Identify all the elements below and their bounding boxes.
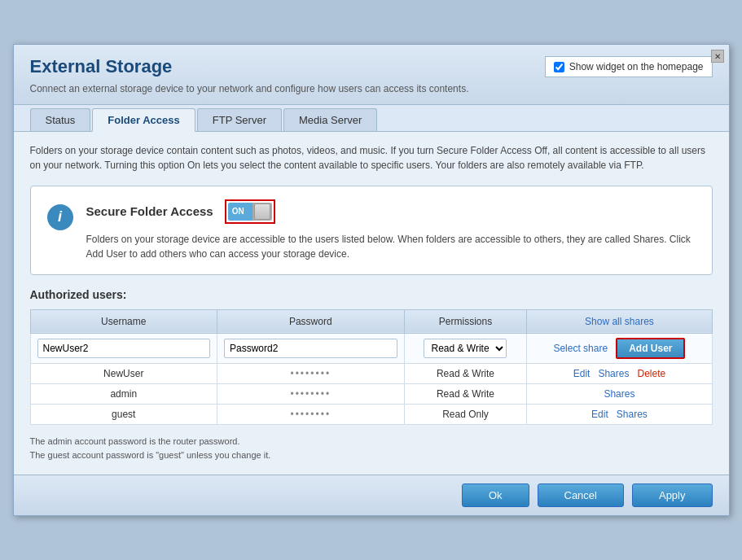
secure-folder-toggle[interactable]: ON: [228, 203, 272, 221]
tab-media-server[interactable]: Media Server: [283, 108, 377, 131]
shares-link[interactable]: Shares: [617, 409, 648, 420]
actions-cell: Edit Shares: [527, 404, 712, 424]
table-row: admin •••••••• Read & Write Shares: [30, 383, 712, 404]
apply-button[interactable]: Apply: [632, 483, 713, 507]
footer-note-line1: The admin account password is the router…: [30, 435, 713, 449]
select-share-link[interactable]: Select share: [553, 343, 608, 354]
edit-link[interactable]: Edit: [591, 409, 608, 420]
external-storage-dialog: ✕ External Storage Connect an external s…: [13, 44, 730, 516]
add-user-button[interactable]: Add User: [616, 338, 685, 359]
secure-folder-header: Secure Folder Access ON: [86, 199, 696, 224]
show-widget-checkbox[interactable]: [554, 62, 564, 72]
edit-link[interactable]: Edit: [573, 368, 591, 379]
tab-status[interactable]: Status: [30, 108, 91, 131]
authorized-users-label: Authorized users:: [30, 288, 713, 301]
col-header-permissions: Permissions: [404, 309, 527, 333]
cancel-button[interactable]: Cancel: [538, 483, 624, 507]
actions-cell: Edit Shares Delete: [527, 363, 712, 383]
toggle-on-label: ON: [232, 207, 244, 216]
shares-link[interactable]: Shares: [598, 368, 629, 379]
new-permission-select[interactable]: Read & Write Read Only: [424, 339, 507, 358]
permission-cell: Read Only: [404, 404, 527, 424]
info-icon: i: [47, 204, 73, 230]
tab-ftp-server[interactable]: FTP Server: [197, 108, 282, 131]
shares-link[interactable]: Shares: [604, 388, 634, 400]
new-permission-cell: Read & Write Read Only: [404, 333, 527, 363]
new-password-input[interactable]: [224, 339, 397, 358]
username-cell: guest: [30, 404, 217, 424]
delete-link[interactable]: Delete: [637, 368, 665, 379]
table-row: guest •••••••• Read Only Edit Shares: [30, 404, 712, 424]
new-user-row: Read & Write Read Only Select share Add …: [30, 333, 712, 363]
permission-cell: Read & Write: [404, 363, 527, 383]
tab-bar: Status Folder Access FTP Server Media Se…: [14, 105, 729, 132]
username-cell: admin: [30, 383, 217, 404]
widget-checkbox-container: Show widget on the homepage: [545, 56, 713, 77]
ok-button[interactable]: Ok: [462, 483, 529, 507]
password-cell: ••••••••: [217, 363, 405, 383]
new-user-actions-cell: Select share Add User: [527, 333, 712, 363]
permission-cell: Read & Write: [404, 383, 527, 404]
new-password-cell: [217, 333, 405, 363]
secure-folder-label: Secure Folder Access: [86, 204, 213, 218]
footer-note: The admin account password is the router…: [30, 435, 713, 463]
password-cell: ••••••••: [217, 383, 405, 404]
tab-folder-access[interactable]: Folder Access: [92, 108, 195, 132]
secure-folder-desc: Folders on your storage device are acces…: [86, 232, 696, 261]
password-cell: ••••••••: [217, 404, 405, 424]
dialog-subtitle: Connect an external storage device to yo…: [30, 82, 469, 96]
new-username-cell: [30, 333, 217, 363]
username-cell: NewUser: [30, 363, 217, 383]
dialog-body: Folders on your storage device contain c…: [14, 132, 729, 475]
user-table: Username Password Permissions Show all s…: [30, 309, 713, 425]
show-widget-label: Show widget on the homepage: [569, 61, 704, 72]
col-header-password: Password: [217, 309, 405, 333]
close-button[interactable]: ✕: [711, 50, 724, 63]
dialog-title: External Storage: [30, 56, 469, 77]
dialog-footer: Ok Cancel Apply: [14, 475, 729, 515]
folder-access-description: Folders on your storage device contain c…: [30, 143, 713, 173]
secure-folder-box: i Secure Folder Access ON Folders on you…: [30, 186, 713, 275]
table-row: NewUser •••••••• Read & Write Edit Share…: [30, 363, 712, 383]
col-header-username: Username: [30, 309, 217, 333]
show-all-shares-link[interactable]: Show all shares: [527, 309, 712, 333]
secure-folder-content: Secure Folder Access ON Folders on your …: [86, 199, 696, 261]
footer-note-line2: The guest account password is "guest" un…: [30, 448, 713, 463]
toggle-handle: [254, 203, 270, 220]
toggle-container: ON: [225, 199, 275, 224]
new-username-input[interactable]: [37, 339, 211, 358]
dialog-header: External Storage Connect an external sto…: [14, 45, 729, 105]
actions-cell: Shares: [527, 383, 712, 404]
